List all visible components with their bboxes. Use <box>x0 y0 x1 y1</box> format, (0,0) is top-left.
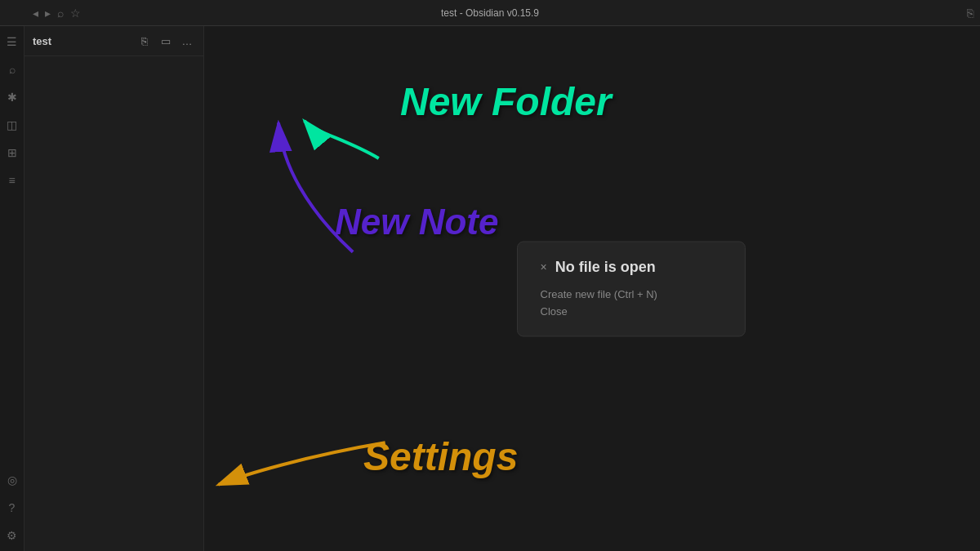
new-folder-button[interactable]: ▭ <box>158 33 174 49</box>
titlebar: ◂ ▸ ⌕ ☆ test - Obsidian v0.15.9 ⎘ <box>0 0 980 26</box>
titlebar-icons: ⎘ <box>967 7 973 20</box>
no-file-panel: × No file is open Create new file (Ctrl … <box>517 241 746 336</box>
ribbon-help-icon[interactable]: ? <box>3 499 21 517</box>
ribbon-settings-icon[interactable]: ⚙ <box>3 527 21 544</box>
annotation-new-folder-label: New Folder <box>400 79 612 124</box>
new-file-icon[interactable]: ⎘ <box>967 7 973 20</box>
no-file-header: × No file is open <box>541 258 722 275</box>
ribbon-files-icon[interactable]: ☰ <box>3 33 21 51</box>
annotation-settings-label: Settings <box>363 434 518 479</box>
ribbon-bookmarks-icon[interactable]: ≡ <box>3 171 21 189</box>
more-options-button[interactable]: … <box>179 33 195 49</box>
ribbon: ☰ ⌕ ✱ ◫ ⊞ ≡ ◎ ? ⚙ <box>0 26 24 551</box>
forward-button[interactable]: ▸ <box>45 7 51 20</box>
app-layout: ☰ ⌕ ✱ ◫ ⊞ ≡ ◎ ? ⚙ test ⎘ ▭ … × No file i… <box>0 26 980 551</box>
back-button[interactable]: ◂ <box>33 7 38 20</box>
no-file-title: No file is open <box>555 258 656 275</box>
ribbon-starred-icon[interactable]: ✱ <box>3 88 21 106</box>
no-file-close-icon[interactable]: × <box>541 260 547 273</box>
create-new-file-action[interactable]: Create new file (Ctrl + N) <box>541 285 722 302</box>
ribbon-search-icon[interactable]: ⌕ <box>3 60 21 78</box>
new-note-button[interactable]: ⎘ <box>136 33 153 49</box>
search-icon[interactable]: ⌕ <box>57 7 64 20</box>
close-action[interactable]: Close <box>541 302 722 319</box>
annotation-new-note-label: New Note <box>335 202 498 242</box>
ribbon-templates-icon[interactable]: ⊞ <box>3 144 21 162</box>
main-content: × No file is open Create new file (Ctrl … <box>204 26 980 551</box>
star-icon[interactable]: ☆ <box>70 7 81 20</box>
ribbon-calendar-icon[interactable]: ◫ <box>3 116 21 134</box>
titlebar-nav[interactable]: ◂ ▸ ⌕ ☆ <box>33 7 81 20</box>
sidebar: test ⎘ ▭ … <box>24 26 204 551</box>
ribbon-graph-icon[interactable]: ◎ <box>3 471 21 489</box>
sidebar-actions: ⎘ ▭ … <box>136 33 195 49</box>
vault-name: test <box>33 35 51 47</box>
sidebar-header: test ⎘ ▭ … <box>24 26 203 56</box>
window-title: test - Obsidian v0.15.9 <box>441 7 539 19</box>
